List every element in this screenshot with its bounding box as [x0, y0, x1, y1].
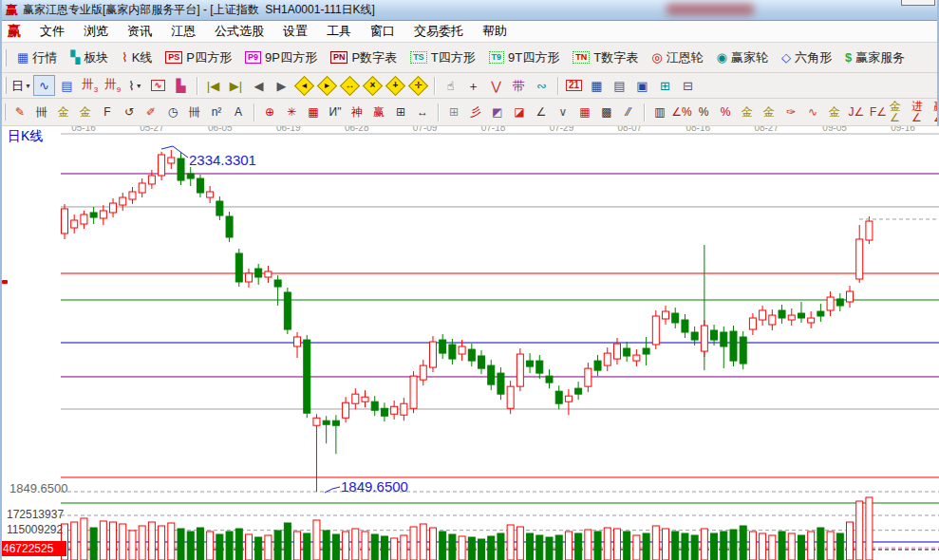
tool-candle-tool[interactable]: ⌇▼	[124, 75, 146, 96]
toolbar-button-sectors[interactable]: ▚板块	[64, 47, 115, 69]
tool-a-line[interactable]: A	[228, 103, 249, 122]
tool-wave-tool[interactable]: ∾	[531, 75, 553, 96]
tool-gold-bars[interactable]: 金	[759, 103, 779, 122]
tool-next-bar[interactable]: ▶	[271, 75, 292, 96]
title-bar[interactable]: 赢 赢家江恩专业版[赢家内部服务平台] - [上证指数 SH1A0001-111…	[2, 0, 937, 21]
tool-frame-grid[interactable]: ⊞	[443, 103, 464, 122]
tool-network[interactable]: ⊞	[654, 75, 676, 96]
tool-calendar[interactable]: 21	[563, 75, 585, 96]
tool-fan-purple[interactable]: ◩	[487, 103, 508, 122]
menu-item-7[interactable]: 窗口	[361, 22, 404, 40]
tool-gold-comb-2[interactable]: 金	[75, 103, 96, 122]
tool-gold-underline[interactable]: 金	[824, 103, 845, 122]
toolbar-grip[interactable]	[4, 49, 7, 66]
tool-pct-line[interactable]: %	[715, 103, 736, 122]
tool-print[interactable]: ⊟	[677, 75, 699, 96]
tool-clock-tool[interactable]: ◷	[162, 103, 183, 122]
menu-item-0[interactable]: 文件	[30, 22, 74, 40]
tool-candle-pen[interactable]: ✑	[780, 103, 801, 122]
tool-zoom-right[interactable]: ▸	[316, 75, 338, 96]
menu-item-3[interactable]: 江恩	[161, 22, 205, 40]
tool-hand-tool[interactable]: ☝	[440, 75, 461, 96]
tool-fan-red[interactable]: ◪	[509, 103, 530, 122]
tool-zoom-x[interactable]: ×	[362, 75, 384, 96]
tool-parallel-lines[interactable]: ⁄⁄	[618, 103, 639, 122]
toolbar-button-winner-wheel[interactable]: ◉赢家轮	[710, 47, 775, 69]
tool-grid-red[interactable]: ▦	[574, 103, 595, 122]
tool-grid-dark[interactable]: ▩	[596, 103, 617, 122]
tool-grid-123[interactable]: ⊞	[390, 103, 411, 122]
tool-span-arrows[interactable]: ↔	[412, 103, 433, 122]
tool-save[interactable]: ▣	[631, 75, 653, 96]
tool-pen-tool[interactable]: ✎	[9, 103, 30, 122]
tool-spiral-tool[interactable]: ↺	[119, 103, 140, 122]
tool-f-angle[interactable]: F∠	[868, 103, 889, 122]
tool-ying-tool[interactable]: 赢	[368, 103, 389, 122]
tool-wave-a[interactable]: ∿	[802, 103, 823, 122]
volume-bar	[313, 520, 320, 560]
menu-item-5[interactable]: 设置	[273, 22, 317, 40]
tool-zoom-left[interactable]: ◂	[293, 75, 315, 96]
tool-jin-angle[interactable]: 进∠	[911, 103, 932, 122]
toolbar-grip[interactable]	[4, 103, 6, 121]
tool-prev-bar[interactable]: ◀	[248, 75, 270, 96]
menu-item-1[interactable]: 浏览	[74, 22, 118, 40]
toolbar-button-9t-square[interactable]: T99T四方形	[482, 47, 567, 69]
tool-j-angle[interactable]: J∠	[846, 103, 867, 122]
tool-zoom-all[interactable]: ✛	[407, 75, 429, 96]
toolbar-button-gann-wheel[interactable]: ◎江恩轮	[645, 47, 709, 69]
tool-zigzag-tool[interactable]: ∿	[33, 75, 55, 96]
tool-n-squared[interactable]: n²	[206, 103, 227, 122]
tool-brush-tool[interactable]: ✐	[141, 103, 161, 122]
toolbar-grip[interactable]	[4, 77, 7, 94]
tool-chip-tool[interactable]: 带	[508, 75, 530, 96]
chart-canvas[interactable]: 05-1605-2706-0506-1906-2807-0907-1807-29…	[2, 126, 939, 560]
toolbar-button-p-number-table[interactable]: PNP数字表	[324, 47, 404, 69]
tool-bars-9[interactable]: 卅9	[102, 75, 123, 96]
tool-ying-angle[interactable]: 赢∠	[933, 103, 937, 122]
tool-zoom-plus[interactable]: +	[385, 75, 406, 96]
tool-gold-comb-1[interactable]: 金	[53, 103, 74, 122]
tool-calculator[interactable]: ▦	[586, 75, 608, 96]
toolbar-button-t-number-table[interactable]: TNT数字表	[566, 47, 645, 69]
menu-item-8[interactable]: 交易委托	[404, 22, 473, 40]
tool-angle-marks[interactable]: И"	[325, 103, 346, 122]
menu-item-4[interactable]: 公式选股	[205, 22, 273, 40]
tool-crosshair-tool[interactable]: ＋	[462, 75, 484, 96]
toolbar-button-quotes[interactable]: ▦行情	[10, 47, 64, 69]
tool-notepad[interactable]: ▤	[609, 75, 630, 96]
tool-comb-tool[interactable]: 卌	[31, 103, 52, 122]
tool-angle-lines[interactable]: ∠	[531, 103, 552, 122]
tool-percent[interactable]: %	[693, 103, 714, 122]
tool-starburst[interactable]: ✳	[281, 103, 302, 122]
toolbar-button-hexagon[interactable]: ◇六角形	[775, 47, 838, 69]
tool-list-tool[interactable]: ▤	[56, 75, 78, 96]
toolbar-button-winner-service[interactable]: $赢家服务	[838, 47, 911, 69]
tool-shen-tool[interactable]: 神	[347, 103, 367, 122]
tool-red-rays[interactable]: 彡	[465, 103, 486, 122]
tool-zoom-h[interactable]: ↔	[339, 75, 361, 96]
toolbar-button-kline[interactable]: ⌇K线	[115, 47, 159, 69]
tool-web-grid[interactable]: ▦	[303, 103, 324, 122]
menu-item-9[interactable]: 帮助	[473, 22, 516, 40]
tool-last-bar[interactable]: ▶|	[225, 75, 247, 96]
tool-gold-angle[interactable]: 金∠	[890, 103, 911, 122]
tool-f-comb[interactable]: F	[97, 103, 118, 122]
toolbar-button-t-square[interactable]: TST四方形	[404, 47, 481, 69]
tool-period-day[interactable]: 日▼	[10, 75, 32, 96]
tool-pct-angle[interactable]: ∠%	[671, 103, 692, 122]
tool-histogram-tool[interactable]: ▙	[170, 75, 192, 96]
tool-gold-ring[interactable]: 金	[737, 103, 758, 122]
menu-item-6[interactable]: 工具	[317, 22, 361, 40]
tool-comb-small[interactable]: 卌	[184, 103, 205, 122]
toolbar-button-p-square[interactable]: PSP四方形	[159, 47, 238, 69]
tool-v-check[interactable]: ∨	[553, 103, 573, 122]
tool-v-measure[interactable]: ⋁	[485, 75, 507, 96]
toolbar-button-9p-square[interactable]: P99P四方形	[238, 47, 324, 69]
tool-first-bar[interactable]: |◀	[202, 75, 224, 96]
tool-bars-3[interactable]: 卅3	[79, 75, 101, 96]
tool-sketch-box[interactable]: ∿	[147, 75, 169, 96]
tool-hist-bars[interactable]: ▥	[649, 103, 670, 122]
tool-compass-cross[interactable]: ⊕	[259, 103, 280, 122]
menu-item-2[interactable]: 资讯	[118, 22, 161, 40]
